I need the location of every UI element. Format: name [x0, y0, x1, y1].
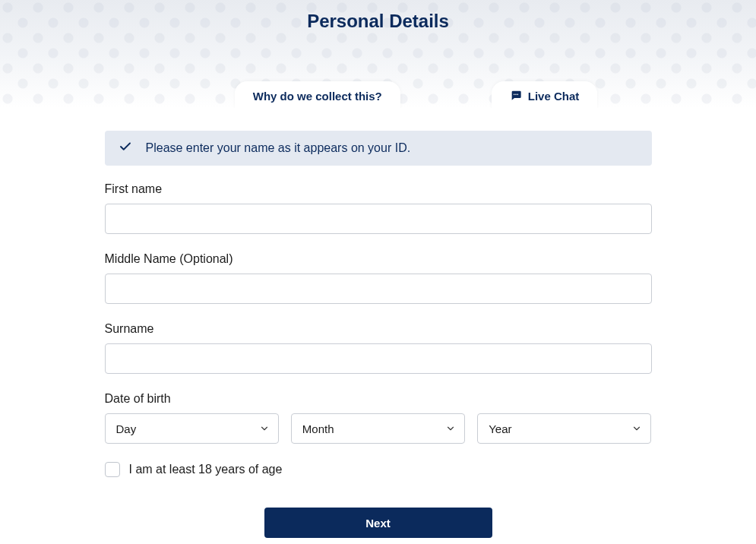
dob-day-select[interactable]: Day: [105, 413, 279, 444]
dob-label: Date of birth: [105, 392, 652, 406]
hero-section: Personal Details Why do we collect this?…: [0, 0, 756, 108]
why-collect-link[interactable]: Why do we collect this?: [235, 81, 400, 108]
svg-point-0: [514, 94, 515, 96]
svg-point-2: [517, 94, 518, 96]
live-chat-label: Live Chat: [528, 90, 580, 103]
surname-label: Surname: [105, 322, 652, 336]
dob-row: Day Month Year: [105, 413, 652, 444]
first-name-group: First name: [105, 182, 652, 234]
chat-icon: [510, 89, 522, 103]
surname-input[interactable]: [105, 343, 652, 374]
dob-group: Date of birth Day Month Yea: [105, 392, 652, 444]
svg-point-1: [515, 94, 517, 96]
age-confirm-label: I am at least 18 years of age: [129, 463, 283, 476]
form-container: Please enter your name as it appears on …: [105, 108, 652, 538]
dob-month-select[interactable]: Month: [291, 413, 465, 444]
page-title: Personal Details: [0, 0, 756, 32]
surname-group: Surname: [105, 322, 652, 374]
live-chat-link[interactable]: Live Chat: [492, 81, 598, 108]
info-banner-text: Please enter your name as it appears on …: [146, 141, 411, 155]
header-chips-row: Why do we collect this? Live Chat: [0, 81, 756, 108]
first-name-label: First name: [105, 182, 652, 196]
middle-name-label: Middle Name (Optional): [105, 252, 652, 266]
dob-year-wrap: Year: [477, 413, 651, 444]
middle-name-input[interactable]: [105, 274, 652, 304]
dob-day-wrap: Day: [105, 413, 279, 444]
check-icon: [119, 140, 132, 157]
why-collect-label: Why do we collect this?: [253, 90, 382, 103]
dob-month-wrap: Month: [291, 413, 465, 444]
next-button[interactable]: Next: [264, 508, 492, 538]
age-confirm-row: I am at least 18 years of age: [105, 462, 652, 477]
age-confirm-checkbox[interactable]: [105, 462, 120, 477]
middle-name-group: Middle Name (Optional): [105, 252, 652, 304]
dob-year-select[interactable]: Year: [477, 413, 651, 444]
first-name-input[interactable]: [105, 204, 652, 234]
button-row: Next: [105, 508, 652, 538]
info-banner: Please enter your name as it appears on …: [105, 131, 652, 166]
